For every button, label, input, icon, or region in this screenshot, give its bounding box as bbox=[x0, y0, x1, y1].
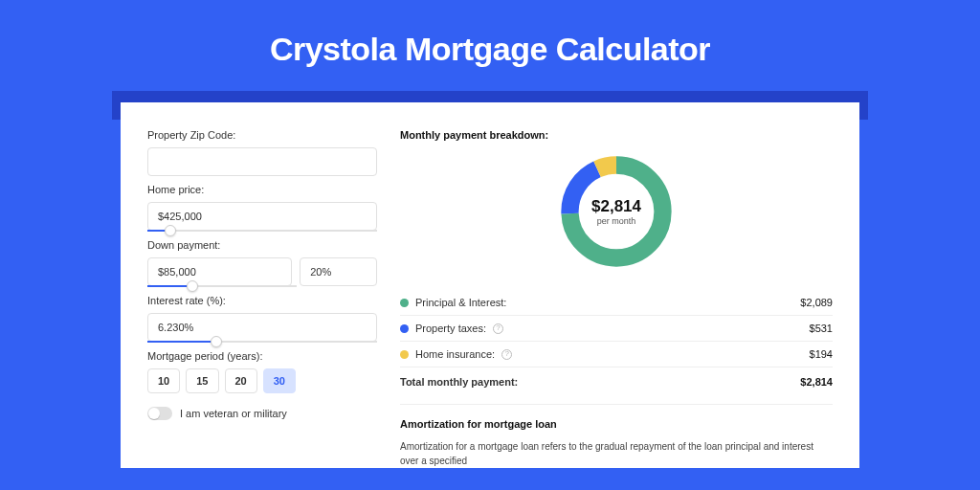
veteran-row: I am veteran or military bbox=[147, 407, 377, 420]
interest-input[interactable] bbox=[147, 313, 377, 342]
veteran-label: I am veteran or military bbox=[180, 408, 287, 419]
info-icon[interactable]: ? bbox=[501, 349, 512, 360]
form-column: Property Zip Code: Home price: Down paym… bbox=[147, 129, 377, 468]
breakdown-list: Principal & Interest:$2,089Property taxe… bbox=[400, 290, 833, 368]
amortization-title: Amortization for mortgage loan bbox=[400, 418, 833, 430]
veteran-toggle[interactable] bbox=[147, 407, 172, 420]
down-payment-pct-input[interactable] bbox=[300, 257, 377, 286]
breakdown-row-left: Principal & Interest: bbox=[400, 297, 506, 308]
interest-label: Interest rate (%): bbox=[147, 295, 377, 306]
page-title: Crystola Mortgage Calculator bbox=[0, 31, 980, 68]
legend-dot-icon bbox=[400, 324, 409, 333]
breakdown-total-value: $2,814 bbox=[800, 376, 833, 388]
breakdown-row-left: Home insurance:? bbox=[400, 348, 512, 360]
breakdown-row-value: $194 bbox=[810, 348, 833, 360]
period-label: Mortgage period (years): bbox=[147, 350, 377, 362]
donut-chart: $2,814 per month bbox=[555, 150, 678, 273]
interest-slider[interactable] bbox=[147, 341, 377, 343]
breakdown-row-value: $2,089 bbox=[800, 297, 833, 308]
donut-amount: $2,814 bbox=[591, 197, 641, 216]
period-options: 10152030 bbox=[147, 368, 377, 393]
legend-dot-icon bbox=[400, 299, 409, 307]
donut-wrap: $2,814 per month bbox=[400, 150, 833, 273]
breakdown-title: Monthly payment breakdown: bbox=[400, 129, 833, 141]
zip-label: Property Zip Code: bbox=[147, 129, 377, 141]
period-group: Mortgage period (years): 10152030 bbox=[147, 350, 377, 393]
home-price-group: Home price: bbox=[147, 184, 377, 232]
legend-dot-icon bbox=[400, 350, 409, 359]
period-option-10[interactable]: 10 bbox=[147, 368, 180, 393]
period-option-30[interactable]: 30 bbox=[263, 368, 296, 393]
donut-sub: per month bbox=[597, 216, 636, 226]
breakdown-row-label: Home insurance: bbox=[415, 348, 495, 360]
interest-slider-thumb[interactable] bbox=[211, 336, 222, 347]
breakdown-row: Property taxes:?$531 bbox=[400, 316, 833, 342]
info-icon[interactable]: ? bbox=[493, 323, 503, 334]
page-header: Crystola Mortgage Calculator bbox=[0, 0, 980, 91]
breakdown-total-label: Total monthly payment: bbox=[400, 376, 518, 388]
breakdown-row: Principal & Interest:$2,089 bbox=[400, 290, 833, 316]
period-option-15[interactable]: 15 bbox=[186, 368, 218, 393]
home-price-input[interactable] bbox=[147, 202, 377, 231]
down-payment-slider[interactable] bbox=[147, 285, 297, 287]
breakdown-row: Home insurance:?$194 bbox=[400, 342, 833, 368]
calculator-panel: Property Zip Code: Home price: Down paym… bbox=[121, 102, 859, 468]
amortization-text: Amortization for a mortgage loan refers … bbox=[400, 439, 833, 468]
down-payment-group: Down payment: bbox=[147, 239, 377, 287]
zip-input[interactable] bbox=[147, 147, 377, 176]
home-price-slider-thumb[interactable] bbox=[165, 225, 176, 236]
home-price-label: Home price: bbox=[147, 184, 377, 195]
donut-center: $2,814 per month bbox=[555, 150, 678, 273]
down-payment-slider-thumb[interactable] bbox=[187, 280, 198, 292]
interest-slider-fill bbox=[147, 341, 216, 343]
breakdown-row-label: Property taxes: bbox=[415, 323, 486, 334]
breakdown-column: Monthly payment breakdown: $2,814 per mo… bbox=[400, 129, 833, 468]
interest-group: Interest rate (%): bbox=[147, 295, 377, 343]
down-payment-amount-input[interactable] bbox=[147, 257, 292, 286]
breakdown-row-left: Property taxes:? bbox=[400, 323, 503, 334]
period-option-20[interactable]: 20 bbox=[225, 368, 257, 393]
breakdown-total-row: Total monthly payment: $2,814 bbox=[400, 368, 833, 394]
down-payment-slider-fill bbox=[147, 285, 192, 287]
down-payment-label: Down payment: bbox=[147, 239, 377, 251]
home-price-slider[interactable] bbox=[147, 230, 377, 232]
zip-field-group: Property Zip Code: bbox=[147, 129, 377, 176]
breakdown-row-value: $531 bbox=[810, 323, 833, 334]
breakdown-row-label: Principal & Interest: bbox=[415, 297, 506, 308]
amortization-block: Amortization for mortgage loan Amortizat… bbox=[400, 404, 833, 468]
